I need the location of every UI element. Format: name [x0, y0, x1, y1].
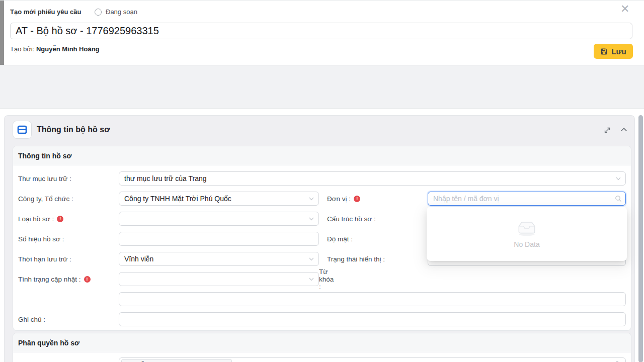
doc-number-input[interactable]	[119, 232, 319, 246]
required-icon: !	[354, 196, 360, 202]
create-request-modal: Tạo mới phiếu yêu cầu Đang soạn ✕ Tạo bở…	[0, 0, 644, 362]
left-edge-strip	[0, 1, 4, 65]
panel-header: Thông tin bộ hồ sơ	[5, 116, 634, 145]
save-floppy-icon	[600, 48, 608, 55]
permissions-card: Phân quyền hồ sơ Quyền owner : Nguyễn Mi…	[13, 333, 631, 362]
status-radio-label: Đang soạn	[106, 8, 137, 16]
folder-label: Thư mục lưu trữ :	[18, 171, 119, 186]
retention-select[interactable]: Vĩnh viễn	[119, 252, 319, 266]
doc-number-label: Số hiệu hồ sơ :	[18, 232, 119, 246]
section-icon-box	[13, 121, 32, 139]
company-select-value: Công ty TNHH Mặt Trời Phú Quốc	[124, 195, 231, 203]
owner-row: Quyền owner : Nguyễn Minh Hoàng (Giám đố…	[13, 352, 631, 362]
retention-select-value: Vĩnh viễn	[124, 255, 153, 263]
folder-select-value: thư mục lưu trữ của Trang	[124, 174, 207, 183]
notes-label: Ghi chú :	[18, 312, 119, 326]
chevron-down-icon	[309, 217, 314, 221]
doc-type-label: Loại hồ sơ :!	[18, 212, 119, 226]
company-label: Công ty, Tổ chức :	[18, 192, 119, 206]
confidentiality-label: Độ mật :	[327, 232, 428, 246]
no-data-text: No Data	[514, 240, 539, 248]
chevron-down-icon	[616, 177, 621, 180]
required-icon: !	[84, 276, 91, 283]
created-by: Tạo bởi: Nguyễn Minh Hoàng	[10, 45, 100, 53]
display-status-label: Trạng thái hiển thị :	[327, 252, 428, 266]
ticket-name-input[interactable]	[10, 23, 632, 39]
structure-label: Cấu trúc hồ sơ :	[327, 212, 428, 226]
doc-type-select[interactable]	[119, 212, 319, 226]
scrollbar-thumb[interactable]	[638, 115, 643, 362]
unit-search-field	[428, 192, 626, 206]
owner-multiselect[interactable]: Nguyễn Minh Hoàng (Giám đốc) ×	[119, 357, 626, 362]
search-icon	[615, 195, 622, 202]
company-select[interactable]: Công ty TNHH Mặt Trời Phú Quốc	[119, 192, 319, 206]
panel-title: Thông tin bộ hồ sơ	[37, 125, 110, 134]
owner-tag: Nguyễn Minh Hoàng (Giám đốc) ×	[121, 359, 232, 362]
empty-box-icon	[515, 219, 538, 236]
chevron-down-icon	[309, 257, 314, 261]
save-button[interactable]: Lưu	[594, 44, 633, 59]
save-button-label: Lưu	[611, 47, 626, 56]
permissions-card-header: Phân quyền hồ sơ	[13, 333, 631, 352]
dossier-section-icon	[17, 125, 27, 134]
expand-icon[interactable]	[603, 126, 611, 134]
request-meta-bar: Nhóm yêu cầu : Quản lý yêu cầu xử lý hồ …	[0, 65, 644, 109]
required-icon: !	[57, 216, 63, 222]
chevron-down-icon	[309, 278, 314, 281]
owner-label: Quyền owner :	[18, 357, 119, 362]
chevron-down-icon	[309, 197, 314, 201]
folder-select[interactable]: thư mục lưu trữ của Trang	[119, 171, 626, 186]
unit-search-input[interactable]	[428, 192, 626, 206]
radio-circle-icon	[95, 9, 102, 16]
keywords-input[interactable]	[119, 292, 626, 306]
collapse-chevron-icon[interactable]	[620, 126, 627, 133]
unit-label: Đơn vị :!	[327, 192, 428, 206]
created-by-name: Nguyễn Minh Hoàng	[36, 45, 100, 53]
update-status-select[interactable]	[119, 272, 319, 286]
retention-label: Thời hạn lưu trữ :	[18, 252, 119, 266]
notes-input[interactable]	[119, 312, 626, 326]
close-icon[interactable]: ✕	[620, 4, 629, 15]
dossier-info-card-header: Thông tin hồ sơ	[13, 146, 631, 165]
status-radio[interactable]: Đang soạn	[95, 8, 137, 16]
created-by-label: Tạo bởi:	[10, 45, 34, 53]
keywords-label: Từ khóa :	[319, 272, 327, 286]
modal-title: Tạo mới phiếu yêu cầu	[10, 8, 81, 16]
unit-dropdown: No Data	[427, 207, 627, 261]
update-status-label: Tình trạng cập nhật :!	[18, 272, 119, 286]
